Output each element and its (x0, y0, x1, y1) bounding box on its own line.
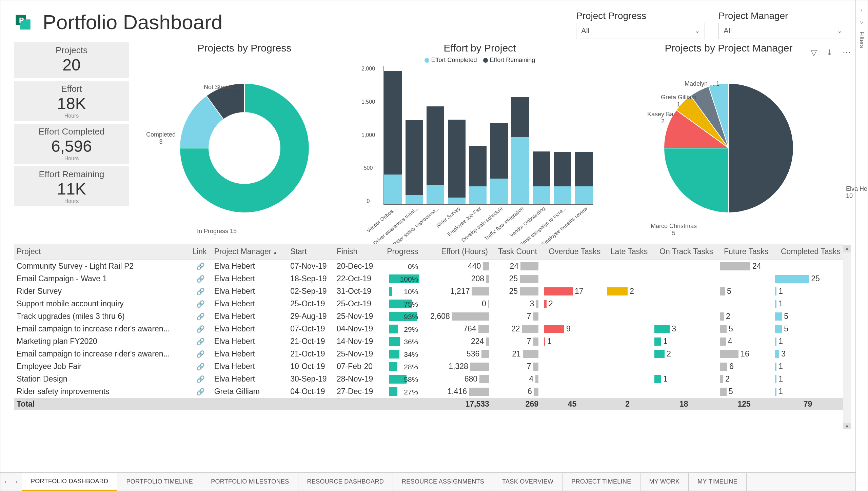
bar-column[interactable]: Vendor Onboarding (532, 151, 551, 204)
kpi-card[interactable]: Effort Remaining 11K Hours (14, 166, 129, 206)
bar-column[interactable]: Email campaign to incre... (553, 152, 572, 204)
report-tab[interactable]: MY TIMELINE (689, 473, 747, 491)
slicer-label: Project Progress (576, 11, 705, 21)
report-tab[interactable]: PORTFOLIO TIMELINE (117, 473, 202, 491)
donut-title: Projects by Progress (136, 42, 353, 54)
slicer-dropdown[interactable]: All ⌄ (718, 23, 847, 39)
cell-start: 30-Sep-19 (288, 373, 334, 385)
table-row[interactable]: Marketing plan FY2020 🔗 Elva Hebert 21-O… (14, 335, 843, 348)
table-row[interactable]: Rider Survey 🔗 Elva Hebert 02-Sep-19 31-… (14, 285, 843, 298)
table-row[interactable]: Community Survey - Light Rail P2 🔗 Elva … (14, 260, 843, 273)
donut-label: Not Started 2 (204, 84, 240, 91)
link-icon[interactable]: 🔗 (192, 363, 209, 371)
column-header[interactable]: Late Tasks (603, 244, 650, 260)
cell-start: 07-Nov-19 (288, 260, 334, 273)
column-header[interactable]: Future Tasks (716, 244, 771, 260)
column-header[interactable]: Task Count (491, 244, 540, 260)
table-row[interactable]: Track upgrades (miles 3 thru 6) 🔗 Elva H… (14, 310, 843, 323)
table-scrollbar[interactable]: ▴▾ (843, 245, 851, 429)
link-icon[interactable]: 🔗 (192, 300, 209, 308)
column-header[interactable]: Progress (380, 244, 421, 260)
bar-column[interactable]: Vendor Onboa... (384, 71, 402, 204)
stacked-title: Effort by Project (360, 42, 600, 54)
cell-finish: 25-Nov-19 (334, 348, 380, 360)
bar-column[interactable]: Rider safety improveme... (426, 106, 445, 204)
cell-project: Rider Survey (14, 285, 190, 298)
kpi-card[interactable]: Projects 20 (14, 42, 129, 78)
bar-column[interactable]: Employee Job Fair (469, 146, 487, 204)
column-header[interactable]: Completed Tasks (771, 244, 843, 260)
report-tab[interactable]: PORTFOLIO MILESTONES (202, 473, 298, 491)
bar-column[interactable]: Rider Survey (448, 120, 466, 204)
table-row[interactable]: Rider safety improvements 🔗 Greta Gillia… (14, 385, 843, 398)
report-tab[interactable]: PORTFOLIO DASHBOARD (22, 473, 117, 491)
kpi-card[interactable]: Effort 18K Hours (14, 81, 129, 121)
column-header[interactable]: Finish (334, 244, 380, 260)
tab-next-button[interactable]: › (11, 473, 22, 491)
link-icon[interactable]: 🔗 (192, 388, 209, 396)
link-icon[interactable]: 🔗 (192, 375, 209, 383)
link-icon[interactable]: 🔗 (192, 312, 209, 321)
bar-x-label: Traffic flow integration (482, 204, 525, 242)
column-header[interactable]: Overdue Tasks (540, 244, 603, 260)
slicer-dropdown[interactable]: All ⌄ (576, 23, 705, 39)
report-tab[interactable]: RESOURCE DASHBOARD (298, 473, 393, 491)
table-row[interactable]: Employee Job Fair 🔗 Elva Hebert 10-Oct-1… (14, 360, 843, 373)
cell-pm: Elva Hebert (212, 272, 288, 285)
column-header[interactable]: Link (190, 244, 211, 260)
cell-project: Email campaign to increase rider's aware… (14, 323, 190, 335)
link-icon[interactable]: 🔗 (192, 325, 209, 333)
column-header[interactable]: Project (14, 244, 190, 260)
link-icon[interactable]: 🔗 (192, 287, 209, 295)
projects-table[interactable]: ProjectLinkProject Manager▲StartFinishPr… (14, 244, 843, 410)
chevron-down-icon: ⌄ (837, 27, 842, 35)
bar-column[interactable]: Traffic flow integration (511, 97, 530, 204)
cell-finish: 31-Oct-19 (334, 285, 380, 298)
link-icon[interactable]: 🔗 (192, 262, 209, 270)
kpi-value: 11K (14, 180, 129, 198)
link-icon[interactable]: 🔗 (192, 350, 209, 358)
bar-column[interactable]: Employee benefits review (575, 152, 593, 204)
cell-project: Station Design (14, 373, 190, 385)
donut-chart[interactable] (173, 77, 316, 219)
svg-text:P: P (19, 16, 24, 24)
bar-column[interactable]: Driver awareness traini... (405, 120, 424, 204)
cell-finish: 25-Nov-19 (334, 310, 380, 323)
kpi-unit: Hours (14, 198, 129, 204)
report-tab[interactable]: TASK OVERVIEW (493, 473, 563, 491)
table-row[interactable]: Station Design 🔗 Elva Hebert 30-Sep-19 2… (14, 373, 843, 385)
filters-pane-collapsed[interactable]: ‹ ▽ Filters (855, 0, 868, 491)
table-row[interactable]: Email campaign to increase rider's aware… (14, 348, 843, 360)
cell-project: Email Campaign - Wave 1 (14, 272, 190, 285)
kpi-card[interactable]: Effort Completed 6,596 Hours (14, 124, 129, 164)
report-tab[interactable]: RESOURCE ASSIGNMENTS (393, 473, 493, 491)
cell-start: 02-Sep-19 (288, 285, 334, 298)
kpi-unit: Hours (14, 113, 129, 119)
slicer-value: All (724, 26, 732, 35)
stacked-bar-chart[interactable]: 05001,0001,5002,000 Vendor Onboa... Driv… (383, 66, 593, 205)
cell-finish: 28-Nov-19 (334, 373, 380, 385)
total-effort: 17,533 (421, 398, 491, 410)
tab-prev-button[interactable]: ‹ (0, 473, 11, 491)
project-logo-icon: P (14, 11, 36, 33)
report-tab[interactable]: PROJECT TIMELINE (563, 473, 640, 491)
cell-finish: 25-Oct-19 (334, 298, 380, 310)
cell-project: Email campaign to increase rider's aware… (14, 348, 190, 360)
column-header[interactable]: Project Manager▲ (212, 244, 288, 260)
link-icon[interactable]: 🔗 (192, 275, 209, 283)
column-header[interactable]: On Track Tasks (650, 244, 716, 260)
pie-label: Madelyn ... 1 (685, 80, 719, 87)
cell-pm: Greta Gilliam (212, 385, 288, 398)
pie-label: Elva Hebert10 (846, 185, 868, 200)
chevron-left-icon[interactable]: ‹ (861, 7, 863, 13)
table-row[interactable]: Support mobile account inquiry 🔗 Elva He… (14, 298, 843, 310)
table-row[interactable]: Email Campaign - Wave 1 🔗 Elva Hebert 18… (14, 272, 843, 285)
link-icon[interactable]: 🔗 (192, 337, 209, 346)
bar-column[interactable]: Develop train schedule (490, 123, 509, 204)
cell-finish: 27-Dec-19 (334, 385, 380, 398)
cell-start: 25-Oct-19 (288, 298, 334, 310)
report-tab[interactable]: MY WORK (640, 473, 689, 491)
column-header[interactable]: Start (288, 244, 334, 260)
table-row[interactable]: Email campaign to increase rider's aware… (14, 323, 843, 335)
column-header[interactable]: Effort (Hours) (421, 244, 491, 260)
